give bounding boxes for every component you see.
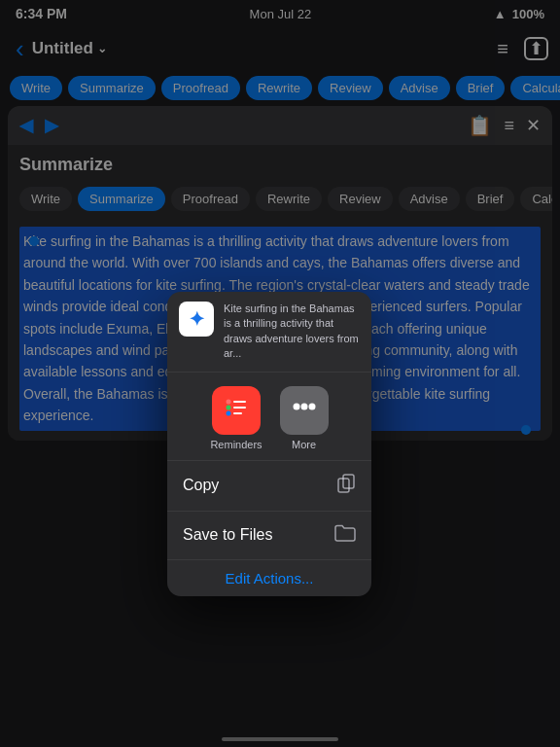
ai-avatar-icon: ✦: [189, 307, 205, 331]
app-item-reminders[interactable]: Reminders: [210, 386, 262, 450]
ai-preview: ✦ Kite surfing in the Bahamas is a thril…: [167, 292, 371, 373]
svg-point-2: [227, 410, 231, 415]
ai-preview-text: Kite surfing in the Bahamas is a thrilli…: [224, 302, 360, 362]
svg-point-8: [308, 404, 315, 410]
app-item-more[interactable]: More: [280, 386, 329, 450]
edit-actions-link[interactable]: Edit Actions...: [167, 560, 371, 596]
app-icons-row: Reminders More: [167, 373, 371, 461]
reminders-icon-symbol: [223, 394, 250, 427]
copy-label: Copy: [183, 477, 219, 494]
copy-icon: [336, 474, 356, 498]
svg-point-6: [293, 404, 299, 410]
save-to-files-button[interactable]: Save to Files: [167, 512, 371, 559]
ai-avatar: ✦: [179, 302, 214, 337]
reminders-app-icon: [212, 386, 261, 435]
more-label: More: [292, 439, 316, 450]
folder-icon: [334, 524, 356, 547]
svg-rect-3: [233, 401, 246, 403]
copy-button[interactable]: Copy: [167, 461, 371, 512]
svg-point-1: [227, 405, 231, 409]
action-sheet: ✦ Kite surfing in the Bahamas is a thril…: [167, 292, 371, 596]
svg-point-0: [227, 399, 231, 404]
save-to-files-label: Save to Files: [183, 526, 272, 544]
svg-rect-5: [233, 412, 242, 414]
more-app-icon: [280, 386, 329, 435]
svg-rect-4: [233, 407, 246, 409]
reminders-label: Reminders: [210, 439, 262, 450]
more-icon-symbol: [290, 392, 319, 428]
svg-point-7: [300, 404, 307, 410]
